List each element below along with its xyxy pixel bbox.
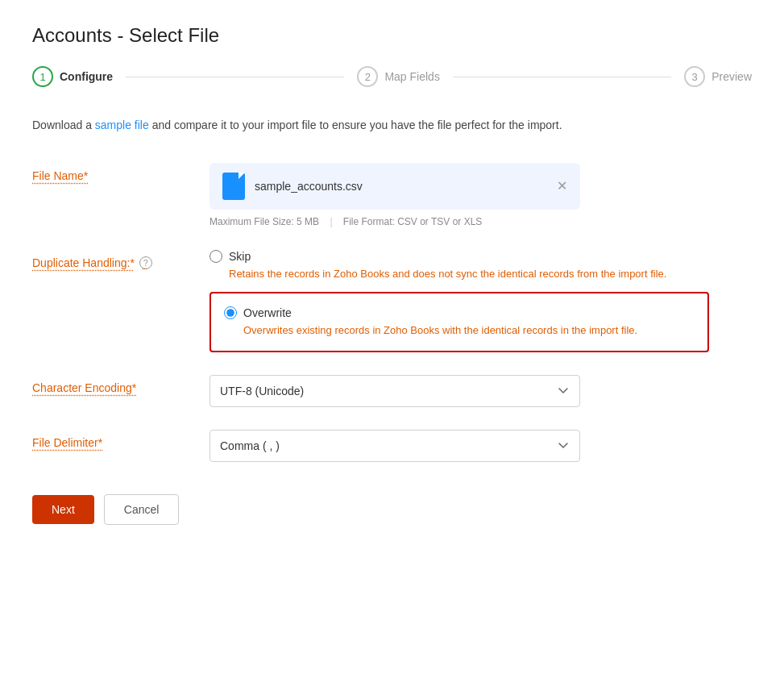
char-encoding-label: Character Encoding* xyxy=(32,375,209,394)
step-2: 2 Map Fields xyxy=(357,66,439,87)
char-encoding-select[interactable]: UTF-8 (Unicode) xyxy=(209,375,580,407)
overwrite-description: Overwrites existing records in Zoho Book… xyxy=(243,322,695,339)
skip-description: Retains the records in Zoho Books and do… xyxy=(229,266,696,282)
button-row: Next Cancel xyxy=(32,494,752,525)
file-delimiter-select[interactable]: Comma ( , ) xyxy=(209,430,580,462)
step-3-circle: 3 xyxy=(684,66,705,87)
intro-after-link: and compare it to your import file to en… xyxy=(149,119,562,131)
step-line-2 xyxy=(453,77,671,77)
file-delimiter-label: File Delimiter* xyxy=(32,430,209,449)
file-name-content: sample_accounts.csv ✕ Maximum File Size:… xyxy=(209,163,752,227)
file-delimiter-content: Comma ( , ) xyxy=(209,430,752,462)
file-name-label: File Name* xyxy=(32,163,209,182)
overwrite-radio-label[interactable]: Overwrite xyxy=(224,306,695,319)
next-button[interactable]: Next xyxy=(32,495,94,524)
file-meta-divider: | xyxy=(330,216,332,227)
char-encoding-row: Character Encoding* UTF-8 (Unicode) xyxy=(32,375,752,407)
file-display: sample_accounts.csv ✕ xyxy=(209,163,580,210)
intro-before-link: Download a xyxy=(32,119,95,131)
skip-radio[interactable] xyxy=(209,250,222,263)
stepper: 1 Configure 2 Map Fields 3 Preview xyxy=(32,66,752,87)
file-max-size: Maximum File Size: 5 MB xyxy=(209,216,319,227)
skip-radio-label[interactable]: Skip xyxy=(209,250,752,263)
file-delimiter-row: File Delimiter* Comma ( , ) xyxy=(32,430,752,462)
intro-text: Download a sample file and compare it to… xyxy=(32,116,693,134)
step-1-label: Configure xyxy=(60,70,113,83)
duplicate-handling-label: Duplicate Handling:* ? xyxy=(32,250,209,269)
file-meta: Maximum File Size: 5 MB | File Format: C… xyxy=(209,216,752,227)
char-encoding-content: UTF-8 (Unicode) xyxy=(209,375,752,407)
overwrite-radio[interactable] xyxy=(224,306,237,319)
file-name-value: sample_accounts.csv xyxy=(255,180,547,193)
help-icon[interactable]: ? xyxy=(139,256,152,269)
duplicate-handling-row: Duplicate Handling:* ? Skip Retains the … xyxy=(32,250,752,352)
file-format: File Format: CSV or TSV or XLS xyxy=(343,216,483,227)
step-line-1 xyxy=(126,77,344,77)
cancel-button[interactable]: Cancel xyxy=(104,494,180,525)
step-3-label: Preview xyxy=(711,70,752,83)
file-icon xyxy=(222,173,245,200)
file-remove-button[interactable]: ✕ xyxy=(557,180,567,193)
step-2-label: Map Fields xyxy=(384,70,439,83)
sample-file-link[interactable]: sample file xyxy=(95,119,149,131)
overwrite-box: Overwrite Overwrites existing records in… xyxy=(209,292,709,353)
page-title: Accounts - Select File xyxy=(32,24,752,47)
step-3: 3 Preview xyxy=(684,66,752,87)
skip-option: Skip Retains the records in Zoho Books a… xyxy=(209,250,752,282)
step-2-circle: 2 xyxy=(357,66,378,87)
overwrite-label: Overwrite xyxy=(243,306,292,319)
step-1: 1 Configure xyxy=(32,66,113,87)
duplicate-handling-content: Skip Retains the records in Zoho Books a… xyxy=(209,250,752,352)
file-name-row: File Name* sample_accounts.csv ✕ Maximum… xyxy=(32,163,752,227)
step-1-circle: 1 xyxy=(32,66,53,87)
skip-label: Skip xyxy=(229,250,251,263)
